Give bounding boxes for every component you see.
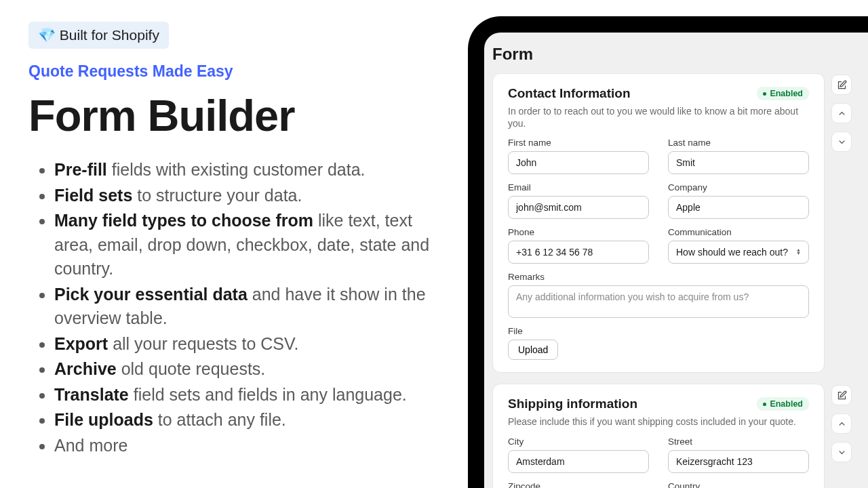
device-frame: Form Contact Information Enabled In orde… — [468, 16, 868, 488]
edit-icon — [837, 80, 847, 90]
feature-item: And more — [54, 434, 454, 458]
built-for-shopify-badge: 💎 Built for Shopify — [28, 22, 169, 49]
chevron-up-icon — [837, 108, 847, 119]
form-screen: Form Contact Information Enabled In orde… — [484, 33, 868, 488]
country-label: Country — [668, 481, 809, 488]
status-badge: Enabled — [757, 397, 809, 411]
shipping-desc: Please include this if you want shipping… — [508, 415, 809, 428]
zipcode-label: Zipcode — [508, 481, 649, 488]
select-caret-icon: ▲▼ — [796, 249, 801, 256]
feature-list: Pre-fill fields with existing customer d… — [28, 158, 454, 458]
feature-item: Pre-fill fields with existing customer d… — [54, 158, 454, 182]
communication-label: Communication — [668, 227, 809, 237]
chevron-down-icon — [837, 447, 847, 458]
company-input[interactable] — [668, 196, 809, 219]
edit-icon — [837, 390, 847, 401]
phone-label: Phone — [508, 227, 649, 237]
feature-item: Archive old quote requests. — [54, 357, 454, 382]
page-title: Form Builder — [28, 93, 454, 139]
chevron-down-icon — [837, 137, 847, 147]
remarks-textarea[interactable] — [508, 285, 809, 318]
street-input[interactable] — [668, 450, 809, 473]
move-down-button[interactable] — [831, 131, 852, 152]
feature-item: Field sets to structure your data. — [54, 184, 454, 208]
email-input[interactable] — [508, 196, 649, 219]
first-name-input[interactable] — [508, 151, 649, 174]
move-up-button[interactable] — [831, 413, 852, 434]
shipping-title: Shipping information — [508, 396, 637, 411]
city-label: City — [508, 436, 649, 447]
communication-select[interactable]: How should we reach out?▲▼ — [668, 241, 809, 264]
feature-item: Pick your essential data and have it sho… — [54, 283, 454, 331]
first-name-label: First name — [508, 138, 649, 148]
phone-input[interactable] — [508, 241, 649, 264]
city-input[interactable] — [508, 450, 649, 473]
form-heading: Form — [492, 45, 868, 64]
file-label: File — [508, 326, 809, 336]
status-badge: Enabled — [757, 87, 809, 100]
subtitle: Quote Requests Made Easy — [28, 62, 454, 81]
feature-item: Many field types to choose from like tex… — [54, 209, 454, 281]
email-label: Email — [508, 182, 649, 192]
last-name-label: Last name — [668, 138, 809, 148]
street-label: Street — [668, 436, 809, 447]
edit-button[interactable] — [831, 385, 852, 405]
upload-button[interactable]: Upload — [508, 340, 558, 360]
contact-panel: Contact Information Enabled In order to … — [492, 73, 825, 373]
last-name-input[interactable] — [668, 151, 809, 174]
chevron-up-icon — [837, 419, 847, 429]
move-up-button[interactable] — [831, 103, 852, 123]
move-down-button[interactable] — [831, 442, 852, 462]
shipping-panel: Shipping information Enabled Please incl… — [492, 384, 825, 488]
remarks-label: Remarks — [508, 272, 809, 282]
feature-item: File uploads to attach any file. — [54, 408, 454, 432]
edit-button[interactable] — [831, 75, 852, 95]
contact-desc: In order to to reach out to you we would… — [508, 105, 809, 129]
feature-item: Translate field sets and fields in any l… — [54, 383, 454, 407]
contact-title: Contact Information — [508, 86, 631, 101]
company-label: Company — [668, 182, 809, 192]
feature-item: Export all your requests to CSV. — [54, 332, 454, 357]
